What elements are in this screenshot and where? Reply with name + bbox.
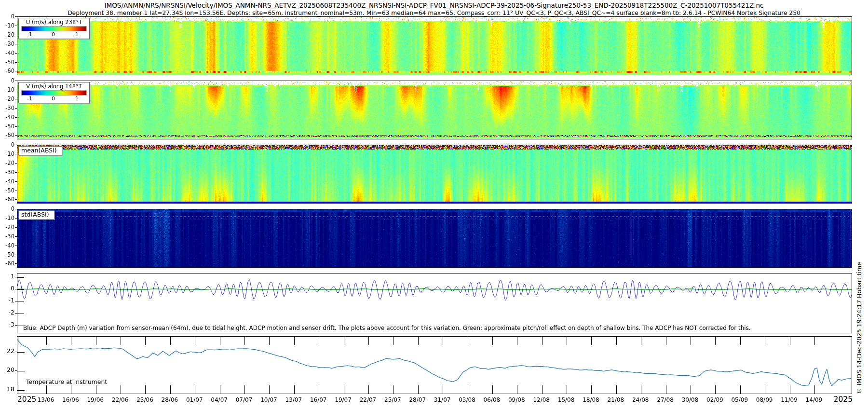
panel-v-velocity: V (m/s) along 148°T -1 0 1: [17, 81, 852, 139]
y-tick-label: -60: [0, 132, 14, 138]
y-tick-label: -10: [0, 22, 14, 29]
panel-temperature: Temperature at instrument: [17, 336, 852, 394]
y-axis-tick-mark: [15, 145, 17, 145]
y-tick-label: 0: [0, 205, 14, 212]
depth-variation-line-canvas: [17, 273, 852, 333]
panel-mean-absi: mean(ABSI): [17, 145, 852, 204]
y-axis-tick-mark: [15, 26, 17, 26]
y-axis-tick-mark: [15, 181, 17, 182]
y-axis-tick-mark: [15, 117, 17, 118]
y-tick-label: -60: [0, 196, 14, 203]
y-axis-tick-mark: [15, 62, 17, 63]
v-colorbar-legend: V (m/s) along 148°T -1 0 1: [18, 82, 90, 103]
y-tick-label: -50: [0, 187, 14, 194]
y-axis-tick-mark: [15, 53, 17, 54]
v-cbar-tick-zero: 0: [52, 96, 55, 102]
y-tick-label: -60: [0, 260, 14, 267]
y-tick-label: 0: [0, 77, 14, 84]
u-cbar-tick-pos1: 1: [75, 31, 79, 38]
y-axis-tick-mark: [15, 135, 17, 136]
y-axis-tick-mark: [15, 81, 17, 81]
y-tick-label: 0: [0, 141, 14, 148]
y-axis-tick-mark: [15, 209, 17, 209]
u-cbar-tick-neg1: -1: [27, 31, 32, 38]
y-tick-label: -20: [0, 224, 14, 231]
y-tick-label: -30: [0, 169, 14, 176]
y-axis-tick-mark: [15, 218, 17, 219]
temperature-label: Temperature at instrument: [26, 378, 107, 385]
y-axis-tick-mark: [15, 255, 17, 255]
figure-subtitle-deployment: Deployment 38, member 1 lat=27.34S lon=1…: [0, 10, 868, 16]
v-velocity-heatmap-canvas: [17, 81, 852, 139]
std-absi-heatmap-canvas: [17, 209, 852, 267]
mean-absi-label: mean(ABSI): [18, 146, 62, 155]
y-axis-tick-mark: [15, 108, 17, 109]
y-axis-tick-mark: [15, 325, 17, 326]
y-tick-label: -30: [0, 105, 14, 111]
v-legend-title: V (m/s) along 148°T: [20, 83, 88, 90]
u-velocity-heatmap-canvas: [17, 17, 852, 75]
y-axis-tick-mark: [15, 44, 17, 44]
y-tick-label: -30: [0, 41, 14, 47]
y-tick-label: 18: [0, 386, 14, 393]
y-axis-tick-mark: [15, 199, 17, 200]
y-tick-label: -10: [0, 150, 14, 157]
y-axis-tick-mark: [15, 352, 17, 352]
y-tick-label: -10: [0, 86, 14, 93]
mean-absi-heatmap-canvas: [17, 145, 852, 203]
y-tick-label: -2: [0, 309, 14, 316]
y-tick-label: -40: [0, 50, 14, 56]
y-axis-tick-mark: [15, 236, 17, 237]
y-axis-tick-mark: [15, 289, 17, 289]
y-tick-label: -1: [0, 297, 14, 304]
y-tick-label: -40: [0, 114, 14, 121]
y-axis-tick-mark: [15, 313, 17, 314]
v-cbar-tick-neg1: -1: [27, 96, 32, 102]
adcp-figure: IMOS/ANMN/NRS/NRSNSI/Velocity/IMOS_ANMN-…: [0, 0, 868, 410]
y-axis-tick-mark: [15, 35, 17, 35]
y-axis-tick-mark: [15, 277, 17, 277]
v-colorbar-gradient: [21, 90, 87, 96]
y-axis-tick-mark: [15, 16, 17, 17]
y-tick-label: 20: [0, 367, 14, 373]
v-colorbar-ticks: -1 0 1: [20, 96, 88, 102]
y-axis-tick-mark: [15, 99, 17, 99]
u-cbar-tick-zero: 0: [52, 31, 55, 38]
v-cbar-tick-pos1: 1: [75, 96, 79, 102]
copyright-stamp: © IMOS 14-Dec-2025 19:24:17 Hobart time: [855, 262, 863, 395]
y-axis-tick-mark: [15, 163, 17, 164]
y-axis-tick-mark: [15, 370, 17, 371]
y-tick-label: -3: [0, 321, 14, 328]
std-absi-label: std(ABSI): [18, 210, 54, 219]
y-tick-label: 1: [0, 273, 14, 280]
panel-u-velocity: U (m/s) along 238°T -1 0 1: [17, 16, 852, 75]
y-tick-label: -30: [0, 233, 14, 240]
y-axis-tick-mark: [15, 191, 17, 191]
y-axis-tick-mark: [15, 71, 17, 71]
y-axis-tick-mark: [15, 246, 17, 246]
temperature-line-canvas: [17, 337, 852, 394]
y-axis-tick-mark: [15, 90, 17, 90]
y-tick-label: -20: [0, 96, 14, 102]
panel-depth-variation: Blue: ADCP Depth (m) variation from sens…: [17, 273, 852, 333]
y-tick-label: -40: [0, 178, 14, 185]
y-tick-label: -40: [0, 242, 14, 249]
panel-std-absi: std(ABSI): [17, 209, 852, 268]
y-axis-tick-mark: [15, 390, 17, 390]
u-colorbar-gradient: [21, 26, 87, 31]
y-axis-tick-mark: [15, 154, 17, 154]
u-colorbar-ticks: -1 0 1: [20, 31, 88, 38]
y-tick-label: -10: [0, 215, 14, 221]
y-axis-tick-mark: [15, 172, 17, 173]
y-tick-label: 0: [0, 13, 14, 20]
y-axis-tick-mark: [15, 126, 17, 127]
y-axis-tick-mark: [15, 263, 17, 264]
u-colorbar-legend: U (m/s) along 238°T -1 0 1: [18, 18, 90, 39]
y-tick-label: -20: [0, 160, 14, 166]
x-date-tick-label: 14/09: [800, 396, 828, 403]
y-tick-label: -20: [0, 31, 14, 38]
figure-title-filename: IMOS/ANMN/NRS/NRSNSI/Velocity/IMOS_ANMN-…: [0, 1, 868, 9]
y-tick-label: -50: [0, 123, 14, 130]
depth-variation-annotation: Blue: ADCP Depth (m) variation from sens…: [23, 325, 751, 331]
u-legend-title: U (m/s) along 238°T: [20, 19, 88, 26]
